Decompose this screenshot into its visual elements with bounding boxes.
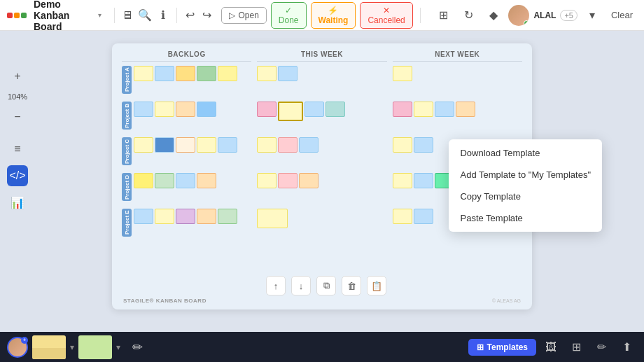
list-item[interactable] <box>155 209 174 224</box>
board-title: Demo Kanban Board <box>34 0 92 32</box>
list-item[interactable] <box>257 173 276 188</box>
list-item[interactable] <box>218 209 237 224</box>
paste-btn[interactable]: 📋 <box>367 276 386 295</box>
list-item[interactable] <box>134 102 153 117</box>
grid-icon-btn[interactable]: ⊞ <box>433 5 454 26</box>
copy-btn[interactable]: ⧉ <box>316 276 336 295</box>
list-item[interactable] <box>197 66 216 81</box>
move-up-btn[interactable]: ↑ <box>266 276 286 295</box>
list-item[interactable] <box>257 209 288 228</box>
list-item card-red-x[interactable] <box>278 137 298 153</box>
delete-btn[interactable]: 🗑 <box>342 276 361 295</box>
list-item[interactable] <box>257 66 276 81</box>
row-label-e: Project E <box>122 209 132 237</box>
diamond-icon-btn[interactable]: ◆ <box>483 5 504 26</box>
list-item[interactable] <box>176 66 195 81</box>
list-item[interactable] <box>414 209 433 224</box>
list-item[interactable] <box>393 209 412 224</box>
add-zoom-btn[interactable]: + <box>7 66 28 87</box>
board-title-chevron-icon[interactable]: ▾ <box>98 11 102 19</box>
chart-icon-btn[interactable]: 📊 <box>7 192 28 213</box>
avatar[interactable] <box>508 5 529 26</box>
search-icon-btn[interactable]: 🔍 <box>138 5 152 26</box>
backlog-header: BACKLOG <box>122 50 251 62</box>
list-item card-red-x[interactable] <box>278 173 298 188</box>
list-item[interactable] <box>299 173 318 188</box>
list-item[interactable] <box>176 137 195 153</box>
context-menu-item-add-template[interactable]: Add Template to "My Templates" <box>449 164 602 186</box>
context-menu-item-download[interactable]: Download Template <box>449 142 602 164</box>
list-item[interactable] <box>155 173 174 188</box>
plus-count-badge[interactable]: +5 <box>560 10 578 21</box>
panel-arrow-right[interactable]: ▾ <box>116 342 120 352</box>
list-item[interactable] <box>176 102 195 117</box>
refresh-icon-btn[interactable]: ↻ <box>458 5 479 26</box>
list-item[interactable] <box>197 209 216 224</box>
cards-thisweek-c <box>257 137 386 153</box>
context-menu: Download Template Add Template to "My Te… <box>449 139 602 232</box>
list-item[interactable] <box>134 66 153 81</box>
list-item[interactable] <box>435 102 454 117</box>
list-item[interactable] <box>393 66 412 81</box>
info-icon-btn[interactable]: ℹ <box>156 5 169 26</box>
status-done-btn[interactable]: ✓ Done <box>271 2 307 29</box>
list-item[interactable] <box>414 137 433 153</box>
list-item[interactable] <box>393 173 412 188</box>
status-open-btn[interactable]: ▷ Open <box>221 7 266 24</box>
panel-upload-btn[interactable]: ⬆ <box>616 337 637 358</box>
list-item[interactable] <box>393 137 412 153</box>
cards-backlog-c <box>134 137 251 153</box>
list-item[interactable] <box>155 102 174 117</box>
panel-grid-btn[interactable]: ⊞ <box>566 337 587 358</box>
list-item[interactable] <box>197 173 216 188</box>
code-icon-btn[interactable]: </> <box>7 165 28 186</box>
context-menu-item-copy[interactable]: Copy Template <box>449 186 602 207</box>
undo-icon-btn[interactable]: ↩ <box>183 5 196 26</box>
list-item[interactable] <box>414 173 433 188</box>
list-item[interactable] <box>197 102 216 117</box>
list-item[interactable] <box>257 137 276 153</box>
list-item[interactable] <box>456 102 475 117</box>
list-item[interactable] <box>134 137 153 153</box>
bottom-panel: + ▾ ▾ ✏ ⊞ Templates 🖼 ⊞ ✏ ⬆ <box>0 332 644 362</box>
thisweek-header: THIS WEEK <box>257 50 386 62</box>
subtract-zoom-btn[interactable]: − <box>7 106 28 127</box>
templates-button[interactable]: ⊞ Templates <box>468 339 536 356</box>
list-item[interactable] <box>414 102 433 117</box>
table-row <box>257 66 386 97</box>
list-item[interactable] <box>257 102 276 117</box>
list-item[interactable] <box>299 137 318 153</box>
divider-1 <box>114 8 115 23</box>
panel-thumbnail-2[interactable] <box>78 335 112 359</box>
list-item[interactable] <box>326 102 345 117</box>
panel-avatar[interactable]: + <box>7 337 28 358</box>
status-waiting-btn[interactable]: ⚡ Waiting <box>311 2 356 29</box>
list-item[interactable] <box>197 137 216 153</box>
list-item[interactable] <box>134 209 153 224</box>
list-item[interactable] <box>134 173 153 188</box>
status-cancelled-btn[interactable]: ✕ Cancelled <box>360 2 412 29</box>
list-item[interactable] <box>304 102 324 117</box>
list-item[interactable] <box>278 102 303 121</box>
redo-icon-btn[interactable]: ↪ <box>200 5 213 26</box>
kanban-copyright: © ALEAS AG <box>492 298 521 303</box>
list-item[interactable] <box>393 102 412 117</box>
panel-thumbnail-1[interactable] <box>32 335 66 359</box>
list-item[interactable] <box>218 66 237 81</box>
panel-image-btn[interactable]: 🖼 <box>540 337 561 358</box>
panel-arrow-left[interactable]: ▾ <box>70 342 74 352</box>
list-item[interactable] <box>176 173 195 188</box>
list-item[interactable] <box>176 209 195 224</box>
clear-button[interactable]: Clear <box>607 7 637 23</box>
list-item[interactable] <box>218 137 237 153</box>
context-menu-item-paste[interactable]: Paste Template <box>449 207 602 229</box>
monitor-icon-btn[interactable]: 🖥 <box>121 5 134 26</box>
move-down-btn[interactable]: ↓ <box>291 276 311 295</box>
list-item[interactable] <box>155 66 174 81</box>
cancelled-label: ✕ Cancelled <box>368 6 405 25</box>
expand-icon-btn[interactable]: ▾ <box>582 5 603 26</box>
list-item[interactable] <box>155 137 174 153</box>
layers-icon-btn[interactable]: ≡ <box>7 139 28 160</box>
list-item[interactable] <box>278 66 298 81</box>
panel-edit-btn[interactable]: ✏ <box>591 337 612 358</box>
